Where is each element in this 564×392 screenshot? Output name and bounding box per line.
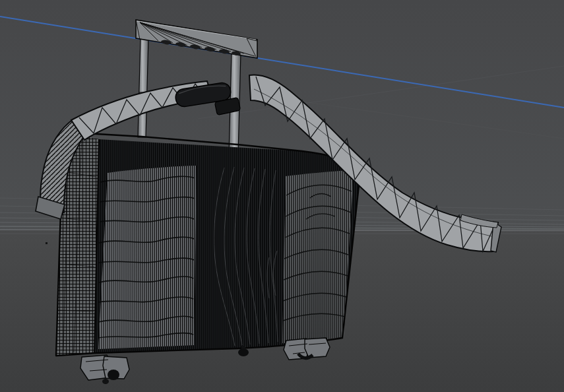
3d-viewport[interactable] [0, 0, 564, 392]
bag-right-pocket[interactable] [282, 170, 354, 343]
shoulder-bag-body[interactable] [56, 132, 360, 356]
scene-origin-dot [46, 242, 47, 244]
bag-feet-right[interactable] [284, 338, 330, 360]
bag-front-left-panel[interactable] [98, 166, 197, 349]
foot-wheel [108, 370, 119, 380]
foot-wheel-small [102, 379, 109, 384]
viewport-canvas[interactable] [0, 0, 564, 392]
